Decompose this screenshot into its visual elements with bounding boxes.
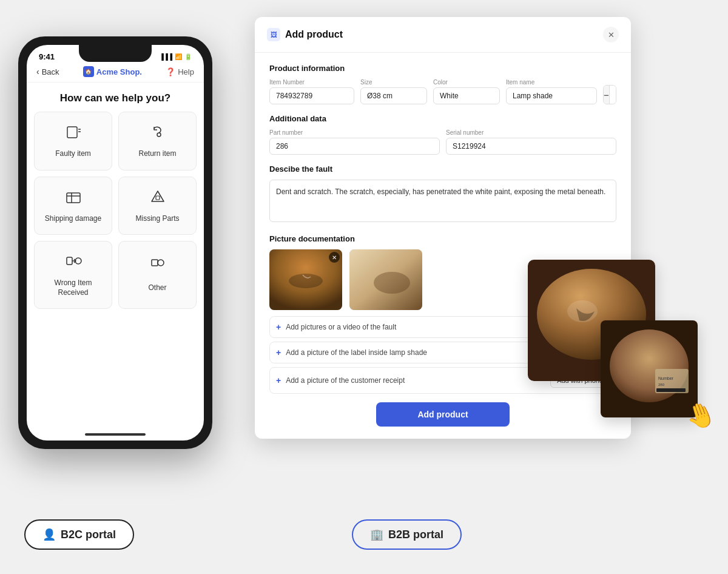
signal-icon: ▐▐▐ [160,53,172,60]
dialog-title-row: 🖼 Add product [267,28,343,41]
help-label: Help [178,67,194,76]
missing-parts-icon [149,188,166,209]
item-name-field: Item name [506,79,597,104]
phone-card-other[interactable]: Other [118,241,197,309]
add-icon: + [276,348,281,357]
svg-rect-12 [152,260,158,266]
return-item-icon [149,123,166,144]
item-number-field: Item Number [269,79,354,104]
other-icon [149,257,166,279]
color-input[interactable] [433,87,500,104]
dialog-title-icon: 🖼 [267,28,280,41]
serial-number-label: Serial number [446,129,616,136]
part-number-label: Part number [269,129,440,136]
wrong-item-icon [65,252,82,274]
battery-icon: 🔋 [184,53,192,60]
add-fault-pictures-label: Add pictures or a video of the fault [286,323,396,331]
svg-rect-0 [67,127,77,138]
svg-point-17 [374,272,410,294]
color-field: Color [433,79,500,104]
faulty-item-icon [65,123,82,144]
phone-page-title: How can we help you? [27,83,204,112]
svg-rect-8 [156,196,160,200]
size-label: Size [360,79,427,86]
home-bar [85,433,146,436]
faulty-item-label: Faulty item [55,149,91,159]
item-number-label: Item Number [269,79,354,86]
status-icons: ▐▐▐ 📶 🔋 [160,53,192,60]
return-item-label: Return item [138,149,176,159]
shipping-damage-icon [65,188,82,209]
svg-point-13 [158,260,164,266]
b2c-portal-label[interactable]: 👤 B2C portal [24,519,134,550]
size-field: Size [360,79,427,104]
part-number-input[interactable] [269,138,440,155]
missing-parts-label: Missing Parts [135,214,179,224]
phone-options-grid: Faulty item Return item [27,112,204,309]
remove-thumbnail-1-button[interactable]: ✕ [329,252,340,263]
wrong-item-label: Wrong ItemReceived [55,279,92,297]
svg-point-3 [157,133,161,137]
b2b-portal-text: B2B portal [388,528,443,541]
back-label: Back [42,67,59,76]
other-label: Other [148,283,166,293]
svg-rect-4 [67,193,80,203]
b2b-portal-icon: 🏢 [370,528,383,541]
quantity-decrease-button[interactable]: − [604,86,609,104]
back-button[interactable]: ‹ Back [36,67,59,76]
b2b-portal-label[interactable]: 🏢 B2B portal [352,519,462,550]
floating-images: Number 280 🤚 [528,260,698,417]
add-icon: + [276,376,281,385]
b2c-portal-text: B2C portal [61,528,116,541]
wifi-icon: 📶 [175,53,182,60]
item-number-input[interactable] [269,87,354,104]
item-name-input[interactable] [506,87,597,104]
thumbnail-2 [349,249,422,310]
additional-data-section-label: Additional data [269,114,616,123]
svg-rect-9 [67,257,72,265]
size-input[interactable] [360,87,427,104]
phone-screen: 9:41 ▐▐▐ 📶 🔋 ‹ Back 🏠 Acme Shop. ❓ [27,45,204,441]
additional-data-grid: Part number Serial number [269,129,616,155]
add-icon: + [276,322,281,332]
logo-icon: 🏠 [83,66,94,77]
describe-fault-section: Descibe the fault Dent and scratch. The … [269,164,616,225]
logo-text: Acme Shop. [96,67,142,76]
svg-text:280: 280 [658,383,665,387]
status-time: 9:41 [39,52,55,61]
help-button[interactable]: ❓ Help [166,67,194,76]
thumbnail-1: ✕ [269,249,342,310]
add-label-picture-label: Add a picture of the label inside lamp s… [286,348,427,357]
add-product-dialog: 🖼 Add product ✕ Product information Item… [255,17,631,439]
close-button[interactable]: ✕ [603,27,619,42]
add-receipt-picture-label: Add a picture of the customer receipt [286,376,405,385]
phone-card-faulty-item[interactable]: Faulty item [34,112,112,171]
svg-text:Number: Number [658,376,674,380]
phone-card-shipping-damage[interactable]: Shipping damage [34,177,112,235]
describe-fault-label: Descibe the fault [269,164,616,174]
serial-number-field: Serial number [446,129,616,155]
phone-card-wrong-item[interactable]: Wrong ItemReceived [34,241,112,309]
chevron-left-icon: ‹ [36,67,39,76]
phone-card-return-item[interactable]: Return item [118,112,197,171]
quantity-input[interactable] [609,86,616,104]
dialog-header: 🖼 Add product ✕ [255,17,631,53]
floating-image-2: Number 280 [601,320,698,417]
serial-number-input[interactable] [446,138,616,155]
product-info-section-label: Product information [269,64,616,73]
color-label: Color [433,79,500,86]
shipping-damage-label: Shipping damage [45,214,101,224]
add-product-button[interactable]: Add product [376,402,510,427]
quantity-stepper[interactable]: − + [603,85,616,104]
svg-point-15 [289,274,323,288]
phone-mockup: 9:41 ▐▐▐ 📶 🔋 ‹ Back 🏠 Acme Shop. ❓ [18,36,212,449]
picture-documentation-label: Picture documentation [269,234,616,243]
dialog-title: Add product [285,29,343,40]
help-icon: ❓ [166,67,175,76]
phone-body: 9:41 ▐▐▐ 📶 🔋 ‹ Back 🏠 Acme Shop. ❓ [18,36,212,449]
b2c-portal-icon: 👤 [42,528,56,541]
describe-fault-textarea[interactable]: Dent and scratch. The scratch, especiall… [269,180,616,222]
phone-card-missing-parts[interactable]: Missing Parts [118,177,197,235]
phone-nav: ‹ Back 🏠 Acme Shop. ❓ Help [27,64,204,83]
product-info-grid: Item Number Size Color Item name − + [269,79,616,104]
